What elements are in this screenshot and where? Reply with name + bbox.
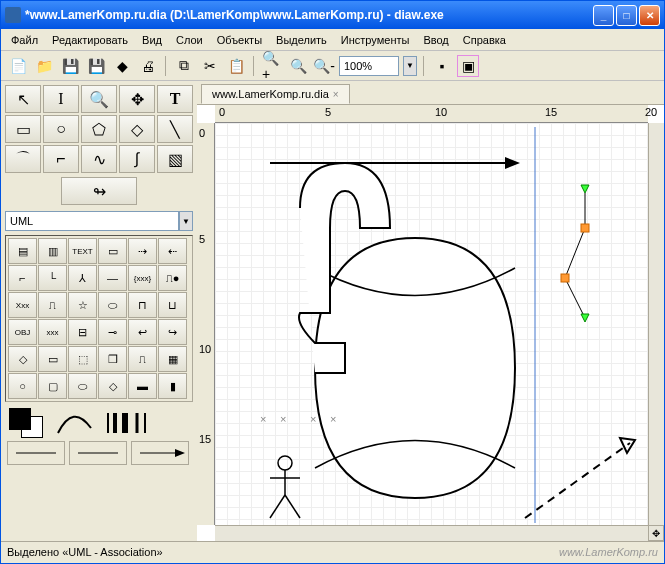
- uml-aggregation-icon[interactable]: ⅄: [68, 265, 97, 291]
- nav-corner-icon[interactable]: ✥: [648, 525, 664, 541]
- menu-tools[interactable]: Инструменты: [335, 32, 416, 48]
- minimize-button[interactable]: _: [593, 5, 614, 26]
- pointer-tool[interactable]: ↖: [5, 85, 41, 113]
- uml-xxx-icon[interactable]: Xxx: [8, 292, 37, 318]
- line-start-cell[interactable]: [7, 441, 65, 465]
- snap-button[interactable]: ▣: [457, 55, 479, 77]
- new-button[interactable]: 📄: [7, 55, 29, 77]
- arc-tool[interactable]: ⌒: [5, 145, 41, 173]
- uml-transition-icon[interactable]: ↪: [158, 319, 187, 345]
- uml-realizes-icon[interactable]: ⇠: [158, 238, 187, 264]
- menu-help[interactable]: Справка: [457, 32, 512, 48]
- uml-interface-icon[interactable]: ⊸: [98, 319, 127, 345]
- uml-class-icon[interactable]: ▤: [8, 238, 37, 264]
- uml-roundrect-icon[interactable]: ▢: [38, 373, 67, 399]
- uml-ellipse-icon[interactable]: ⬭: [68, 373, 97, 399]
- scrollbar-horizontal[interactable]: [215, 525, 648, 541]
- uml-box-icon[interactable]: ▭: [38, 346, 67, 372]
- menu-select[interactable]: Выделить: [270, 32, 333, 48]
- paste-button[interactable]: 📋: [225, 55, 247, 77]
- uml-3dbox-icon[interactable]: ❒: [98, 346, 127, 372]
- line-end-cell[interactable]: [131, 441, 189, 465]
- ellipse-tool[interactable]: ○: [43, 115, 79, 143]
- polygon-tool[interactable]: ⬠: [81, 115, 117, 143]
- save-as-button[interactable]: 💾: [85, 55, 107, 77]
- zigzag-tool[interactable]: ⌐: [43, 145, 79, 173]
- uml-component-icon[interactable]: ⊟: [68, 319, 97, 345]
- uml-diamond-icon[interactable]: ◇: [8, 346, 37, 372]
- scrollbar-vertical[interactable]: [648, 123, 664, 525]
- menu-layers[interactable]: Слои: [170, 32, 209, 48]
- export-button[interactable]: ◆: [111, 55, 133, 77]
- text-edit-tool[interactable]: I: [43, 85, 79, 113]
- open-button[interactable]: 📁: [33, 55, 55, 77]
- menu-input[interactable]: Ввод: [417, 32, 454, 48]
- outline-tool[interactable]: ↬: [61, 177, 137, 205]
- line-tool[interactable]: ╲: [157, 115, 193, 143]
- uml-package-icon[interactable]: ⎍●: [158, 265, 187, 291]
- uml-actor-icon[interactable]: ☆: [68, 292, 97, 318]
- uml-association-icon[interactable]: └: [38, 265, 67, 291]
- menu-file[interactable]: Файл: [5, 32, 44, 48]
- uml-lifeline-icon[interactable]: ⊓: [128, 292, 157, 318]
- uml-folder-icon[interactable]: ⎍: [128, 346, 157, 372]
- uml-message-icon[interactable]: xxx: [38, 319, 67, 345]
- maximize-button[interactable]: □: [616, 5, 637, 26]
- uml-final-icon[interactable]: ◇: [98, 373, 127, 399]
- cut-button[interactable]: ✂: [199, 55, 221, 77]
- uml-generalization-icon[interactable]: ⌐: [8, 265, 37, 291]
- uml-implements-icon[interactable]: —: [98, 265, 127, 291]
- fg-color-swatch[interactable]: [9, 408, 31, 430]
- uml-return-icon[interactable]: ↩: [128, 319, 157, 345]
- uml-usecase-icon[interactable]: ⬭: [98, 292, 127, 318]
- ruler-horizontal: 0 5 10 15 20: [215, 105, 648, 123]
- uml-fork-icon[interactable]: ▬: [128, 373, 157, 399]
- zoom-out-button[interactable]: 🔍-: [313, 55, 335, 77]
- image-tool[interactable]: ▧: [157, 145, 193, 173]
- zoom-dropdown-button[interactable]: ▼: [403, 56, 417, 76]
- svg-marker-15: [581, 185, 589, 193]
- uml-small-class-icon[interactable]: ▭: [98, 238, 127, 264]
- menu-objects[interactable]: Объекты: [211, 32, 268, 48]
- zoom-input[interactable]: 100%: [339, 56, 399, 76]
- print-button[interactable]: 🖨: [137, 55, 159, 77]
- separator-icon: [423, 56, 425, 76]
- tab-document[interactable]: www.LamerKomp.ru.dia ×: [201, 84, 350, 104]
- copy-button[interactable]: ⧉: [173, 55, 195, 77]
- scroll-tool[interactable]: ✥: [119, 85, 155, 113]
- zoom-fit-button[interactable]: 🔍: [287, 55, 309, 77]
- uml-join-icon[interactable]: ▮: [158, 373, 187, 399]
- tab-label: www.LamerKomp.ru.dia: [212, 88, 329, 100]
- uml-initial-icon[interactable]: ○: [8, 373, 37, 399]
- bezier-tool[interactable]: ∫: [119, 145, 155, 173]
- category-dropdown-button[interactable]: ▼: [179, 211, 193, 231]
- uml-object2-icon[interactable]: OBJ: [8, 319, 37, 345]
- status-text: Выделено «UML - Association»: [7, 546, 163, 558]
- box-tool[interactable]: ▭: [5, 115, 41, 143]
- save-button[interactable]: 💾: [59, 55, 81, 77]
- line-mid-cell[interactable]: [69, 441, 127, 465]
- grid-button[interactable]: ▪: [431, 55, 453, 77]
- uml-object-icon[interactable]: ⊔: [158, 292, 187, 318]
- uml-large-package-icon[interactable]: ⎍: [38, 292, 67, 318]
- zoom-in-button[interactable]: 🔍+: [261, 55, 283, 77]
- uml-dependency-icon[interactable]: ⇢: [128, 238, 157, 264]
- polyline-tool[interactable]: ∿: [81, 145, 117, 173]
- left-panel: ↖ I 🔍 ✥ T ▭ ○ ⬠ ◇ ╲ ⌒ ⌐ ∿ ∫ ▧ ↬ UML ▼ ▤ …: [1, 81, 197, 541]
- shape-category-combo[interactable]: UML ▼: [5, 211, 193, 231]
- uml-state-icon[interactable]: ▦: [158, 346, 187, 372]
- menu-view[interactable]: Вид: [136, 32, 168, 48]
- beziergon-tool[interactable]: ◇: [119, 115, 155, 143]
- uml-text-icon[interactable]: TEXT: [68, 238, 97, 264]
- menubar: Файл Редактировать Вид Слои Объекты Выде…: [1, 29, 664, 51]
- menu-edit[interactable]: Редактировать: [46, 32, 134, 48]
- text-tool[interactable]: T: [157, 85, 193, 113]
- svg-text:×: ×: [310, 413, 316, 425]
- tab-close-icon[interactable]: ×: [333, 89, 339, 100]
- uml-constraint-icon[interactable]: {xxx}: [128, 265, 157, 291]
- close-button[interactable]: ✕: [639, 5, 660, 26]
- canvas[interactable]: × × × ×: [215, 123, 648, 525]
- magnify-tool[interactable]: 🔍: [81, 85, 117, 113]
- uml-note-icon[interactable]: ▥: [38, 238, 67, 264]
- uml-node-icon[interactable]: ⬚: [68, 346, 97, 372]
